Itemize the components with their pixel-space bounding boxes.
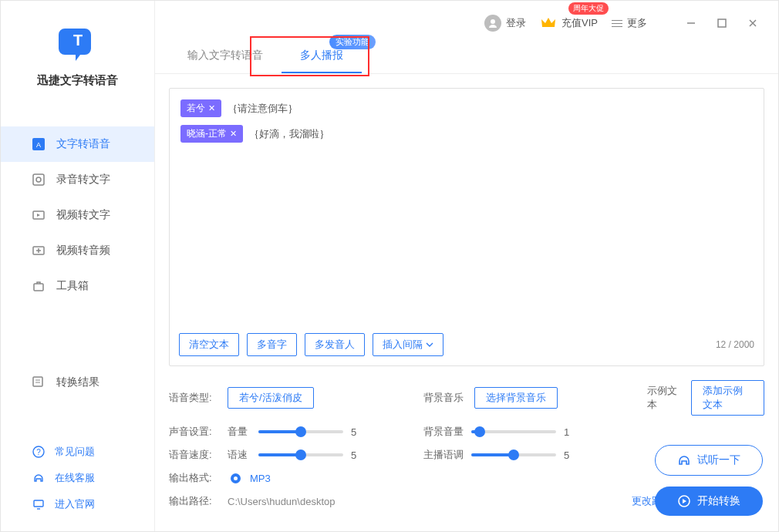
nav-label: 视频转文字 [56,208,110,222]
footer-label: 进入官网 [55,497,95,511]
tone-slider[interactable] [471,453,556,456]
preview-button[interactable]: 试听一下 [655,445,763,476]
nav-audio-to-text[interactable]: 录音转文字 [1,162,154,197]
menu-icon [612,20,622,27]
chevron-down-icon [426,341,433,348]
mic-icon [32,173,46,187]
voice-type-select[interactable]: 若兮/活泼俏皮 [228,387,314,409]
multispeaker-button[interactable]: 多发音人 [305,333,365,356]
bgm-volume-label: 背景音量 [423,425,464,439]
line-text: ｛好滴，我溜啦｝ [249,127,329,141]
minimize-button[interactable] [683,15,700,32]
nav-label: 视频转音频 [56,244,110,258]
crown-icon [540,15,557,32]
nav-label: 文字转语音 [56,137,110,151]
text-editor[interactable]: 若兮✕ ｛请注意倒车｝ 晓涵-正常✕ ｛好滴，我溜啦｝ 清空文本 多音字 多发音… [169,88,764,366]
line-text: ｛请注意倒车｝ [228,102,298,116]
headphone-icon [677,453,691,467]
footer-label: 在线客服 [55,471,95,485]
question-icon: ? [32,445,46,459]
svg-rect-13 [718,19,726,27]
tts-icon: A [32,137,46,151]
sound-label: 声音设置: [169,425,217,439]
footer-website[interactable]: 进入官网 [1,491,154,517]
volume-label: 音量 [228,425,251,439]
svg-text:T: T [73,32,82,49]
video-audio-icon [32,244,46,258]
tab-multi-speaker[interactable]: 多人播报 实验功能 [282,39,362,73]
svg-rect-11 [34,500,43,507]
speed-value: 5 [351,450,363,461]
speed-label: 语速 [228,448,251,462]
bgm-select[interactable]: 选择背景音乐 [474,387,558,409]
avatar-icon [484,15,501,32]
nav-results[interactable]: 转换结果 [1,365,154,400]
speaker-tag[interactable]: 晓涵-正常✕ [180,125,243,143]
volume-slider[interactable] [258,430,343,433]
remove-tag-icon[interactable]: ✕ [230,129,237,139]
tone-label: 主播语调 [423,448,464,462]
bgm-label: 背景音乐 [423,391,464,405]
nav-text-to-speech[interactable]: A 文字转语音 [1,126,154,162]
promo-badge: 周年大促 [568,2,609,15]
app-title: 迅捷文字转语音 [16,73,139,88]
clear-text-button[interactable]: 清空文本 [179,333,239,356]
polyphone-button[interactable]: 多音字 [247,333,297,356]
svg-rect-3 [33,174,44,185]
svg-rect-8 [33,377,42,386]
speaker-tag[interactable]: 若兮✕ [180,99,221,117]
format-radio[interactable] [231,473,241,483]
speed-slider[interactable] [258,453,343,456]
monitor-icon [32,497,46,511]
svg-text:?: ? [36,448,41,456]
sample-select[interactable]: 添加示例文本 [691,380,764,416]
vip-label: 充值VIP [561,16,598,30]
nav-toolbox[interactable]: 工具箱 [1,268,154,304]
format-value: MP3 [250,473,271,484]
video-text-icon [32,208,46,222]
svg-point-4 [36,177,41,182]
nav-label: 转换结果 [56,375,99,389]
nav-label: 工具箱 [56,279,89,293]
output-path: C:\Users\hudun\desktop [228,496,621,507]
more-button[interactable]: 更多 [612,16,647,30]
toolbox-icon [32,279,46,293]
headset-icon [32,471,46,485]
char-counter: 12 / 2000 [716,339,754,350]
more-label: 更多 [627,16,647,30]
svg-text:A: A [36,141,41,149]
footer-support[interactable]: 在线客服 [1,465,154,491]
sample-label: 示例文本 [647,384,680,412]
path-label: 输出路径: [169,494,217,508]
svg-point-12 [491,19,495,24]
editor-line: 晓涵-正常✕ ｛好滴，我溜啦｝ [180,125,753,143]
login-label: 登录 [506,16,526,30]
convert-button[interactable]: 开始转换 [655,487,763,516]
tab-input-tts[interactable]: 输入文字转语音 [169,39,282,73]
speed-row-label: 语音速度: [169,448,217,462]
svg-rect-7 [34,284,43,291]
format-label: 输出格式: [169,471,217,485]
tone-value: 5 [564,450,576,461]
bgm-volume-value: 1 [564,426,576,438]
play-circle-icon [677,494,691,508]
footer-label: 常见问题 [55,445,95,459]
voice-type-label: 语音类型: [169,391,217,405]
nav-video-to-audio[interactable]: 视频转音频 [1,233,154,268]
insert-gap-button[interactable]: 插入间隔 [373,333,443,356]
experimental-badge: 实验功能 [329,35,376,49]
maximize-button[interactable] [713,15,730,32]
remove-tag-icon[interactable]: ✕ [208,103,215,113]
close-button[interactable] [744,15,761,32]
nav-label: 录音转文字 [56,173,110,187]
bgm-volume-slider[interactable] [471,430,556,433]
vip-button[interactable]: 充值VIP 周年大促 [540,15,598,32]
app-logo-icon: T [59,22,97,64]
login-button[interactable]: 登录 [484,15,526,32]
editor-line: 若兮✕ ｛请注意倒车｝ [180,99,753,117]
nav-video-to-text[interactable]: 视频转文字 [1,197,154,233]
volume-value: 5 [351,426,363,438]
footer-faq[interactable]: ? 常见问题 [1,439,154,465]
results-icon [32,375,46,389]
